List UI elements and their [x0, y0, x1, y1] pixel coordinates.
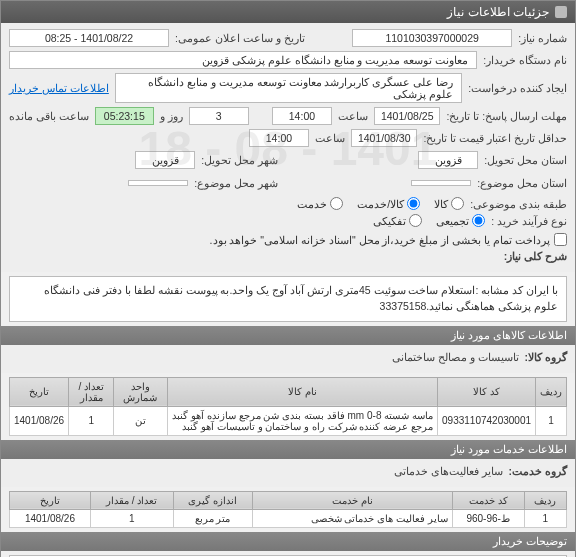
city-sup-value	[128, 180, 188, 186]
valid-label: حداقل تاریخ اعتبار قیمت تا تاریخ:	[423, 132, 567, 144]
pay-note-text: پرداخت تمام یا بخشی از مبلغ خرید،از محل …	[210, 234, 550, 246]
prov-sup-value	[411, 180, 471, 186]
serv-col-qty: تعداد / مقدار	[90, 491, 173, 509]
pay-note-check[interactable]: پرداخت تمام یا بخشی از مبلغ خرید،از محل …	[210, 233, 567, 246]
time-left: 05:23:15	[95, 107, 154, 125]
goods-group-value: تاسیسات و مصالح ساختمانی	[392, 351, 519, 363]
deadline-label: مهلت ارسال پاسخ: تا تاریخ:	[446, 110, 567, 122]
pay-checkbox[interactable]	[554, 233, 567, 246]
deadline-time: 14:00	[272, 107, 332, 125]
serv-col-unit: اندازه گیری	[173, 491, 252, 509]
goods-col-qty: تعداد / مقدار	[69, 377, 114, 406]
goods-group-label: گروه کالا:	[525, 351, 567, 363]
valid-time: 14:00	[249, 129, 309, 147]
proc-radio-a[interactable]: تجمیعی	[436, 214, 485, 227]
proc-radio-b[interactable]: تفکیکی	[373, 214, 422, 227]
req-no-label: شماره نیاز:	[518, 32, 567, 44]
city-req-label: شهر محل تحویل:	[201, 154, 278, 166]
serv-group-label: گروه خدمت:	[509, 465, 567, 477]
window-frame: جزئیات اطلاعات نیاز 1401 - 08 - 18 شماره…	[0, 0, 576, 557]
prov-req-value: قزوین	[418, 151, 478, 169]
valid-date: 1401/08/30	[351, 129, 418, 147]
class-radio-group: کالا کالا/خدمت خدمت	[297, 197, 464, 210]
days-left-label: روز و	[160, 110, 183, 122]
city-req-value: قزوین	[135, 151, 195, 169]
table-row[interactable]: 1 ط-96-960 سایر فعالیت های خدماتی شخصی م…	[10, 509, 567, 527]
notes-header: توضیحات خریدار	[1, 532, 575, 551]
goods-col-name: نام کالا	[167, 377, 437, 406]
time-label-1: ساعت	[338, 110, 368, 122]
buyer-value: معاونت توسعه مدیریت و منابع دانشگاه علوم…	[9, 51, 477, 69]
class-radio-goods[interactable]: کالا	[434, 197, 464, 210]
overall-desc-box: با ایران کد مشابه :استعلام ساخت سوئیت 45…	[9, 276, 567, 322]
goods-col-date: تاریخ	[10, 377, 69, 406]
proc-radio-group: تجمیعی تفکیکی	[373, 214, 485, 227]
ann-date-label: تاریخ و ساعت اعلان عمومی:	[175, 32, 305, 44]
deadline-date: 1401/08/25	[374, 107, 441, 125]
serv-col-name: نام خدمت	[252, 491, 452, 509]
class-label: طبقه بندی موضوعی:	[470, 198, 567, 210]
proc-label: نوع فرآیند خرید :	[491, 215, 567, 227]
goods-col-code: کد کالا	[438, 377, 536, 406]
goods-header: اطلاعات کالاهای مورد نیاز	[1, 326, 575, 345]
goods-table: ردیف کد کالا نام کالا واحد شمارش تعداد /…	[9, 377, 567, 436]
city-sup-label: شهر محل موضوع:	[194, 177, 278, 189]
serv-group-value: سایر فعالیت‌های خدماتی	[394, 465, 503, 477]
days-left: 3	[189, 107, 249, 125]
contact-link[interactable]: اطلاعات تماس خریدار	[9, 82, 109, 94]
time-label-2: ساعت	[315, 132, 345, 144]
ann-date-value: 1401/08/22 - 08:25	[9, 29, 169, 47]
buyer-label: نام دستگاه خریدار:	[483, 54, 567, 66]
serv-col-idx: ردیف	[524, 491, 566, 509]
class-radio-both[interactable]: خدمت	[297, 197, 343, 210]
serv-col-date: تاریخ	[10, 491, 91, 509]
creator-label: ایجاد کننده درخواست:	[468, 82, 567, 94]
window-title: جزئیات اطلاعات نیاز	[447, 5, 549, 19]
creator-value: رضا علی عسگری کاربرارشد معاونت توسعه مدی…	[115, 73, 462, 103]
prov-sup-label: استان محل موضوع:	[477, 177, 567, 189]
overall-label: شرح کلی نیاز:	[504, 250, 567, 262]
goods-col-idx: ردیف	[536, 377, 567, 406]
req-no-value: 1101030397000029	[352, 29, 512, 47]
time-left-label: ساعت باقی مانده	[9, 110, 89, 122]
prov-req-label: استان محل تحویل:	[484, 154, 567, 166]
serv-col-code: کد خدمت	[452, 491, 524, 509]
titlebar: جزئیات اطلاعات نیاز	[1, 1, 575, 23]
table-row[interactable]: 1 0933110742030001 ماسه شسته 8-0 mm فاقد…	[10, 406, 567, 435]
services-table: ردیف کد خدمت نام خدمت اندازه گیری تعداد …	[9, 491, 567, 528]
goods-col-unit: واحد شمارش	[114, 377, 167, 406]
form-area: 1401 - 08 - 18 شماره نیاز: 1101030397000…	[1, 23, 575, 272]
class-radio-serv[interactable]: کالا/خدمت	[357, 197, 420, 210]
services-header: اطلاعات خدمات مورد نیاز	[1, 440, 575, 459]
window-icon	[555, 6, 567, 18]
